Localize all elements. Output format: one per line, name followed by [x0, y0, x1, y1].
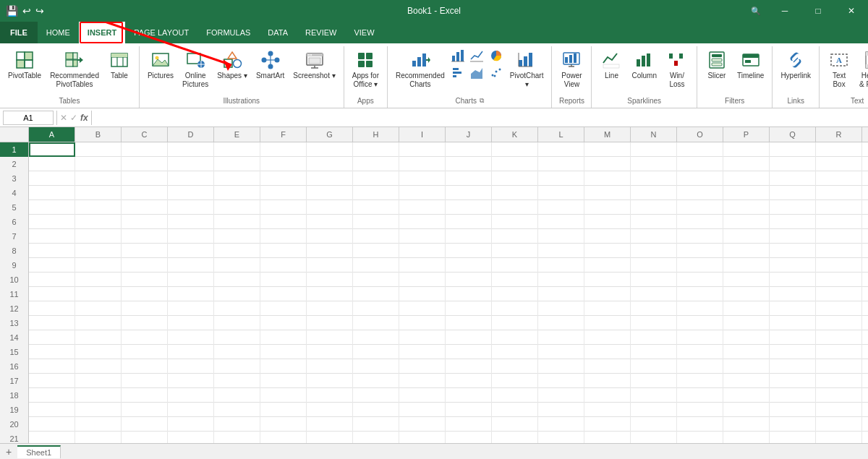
cell-F14[interactable] — [260, 330, 307, 345]
cell-F12[interactable] — [260, 301, 307, 316]
cancel-formula-icon[interactable]: ✕ — [60, 113, 67, 123]
cell-L12[interactable] — [538, 301, 584, 316]
cell-I20[interactable] — [399, 417, 446, 432]
text-box-button[interactable]: A TextBox — [824, 48, 854, 91]
bar-chart-button[interactable] — [450, 65, 467, 81]
cell-I16[interactable] — [399, 359, 446, 374]
minimize-button[interactable]: ─ — [768, 0, 801, 22]
cell-O15[interactable] — [677, 345, 723, 359]
cell-L11[interactable] — [538, 287, 584, 301]
cell-J3[interactable] — [446, 171, 492, 186]
cell-M12[interactable] — [584, 301, 631, 316]
cell-R1[interactable] — [816, 142, 862, 157]
cell-G20[interactable] — [307, 417, 353, 432]
line-sparkline-button[interactable]: Line — [596, 48, 626, 82]
cell-Q16[interactable] — [770, 359, 816, 374]
cell-M11[interactable] — [584, 287, 631, 301]
cell-I8[interactable] — [399, 244, 446, 258]
cell-S2[interactable] — [862, 157, 868, 171]
cell-P18[interactable] — [723, 388, 770, 403]
cell-D20[interactable] — [168, 417, 214, 432]
cell-K6[interactable] — [492, 215, 538, 229]
pivot-chart-button[interactable]: PivotChart▾ — [506, 48, 548, 91]
cell-N14[interactable] — [631, 330, 677, 345]
cell-I4[interactable] — [399, 186, 446, 200]
cell-K19[interactable] — [492, 403, 538, 417]
cell-Q3[interactable] — [770, 171, 816, 186]
cell-M1[interactable] — [584, 142, 631, 157]
cell-L9[interactable] — [538, 258, 584, 273]
cell-E11[interactable] — [214, 287, 260, 301]
row-header-18[interactable]: 18 — [0, 388, 29, 403]
tab-data[interactable]: DATA — [259, 22, 297, 43]
cell-O13[interactable] — [677, 316, 723, 330]
cell-P8[interactable] — [723, 244, 770, 258]
cell-A5[interactable] — [29, 200, 75, 215]
row-header-10[interactable]: 10 — [0, 273, 29, 287]
cell-F18[interactable] — [260, 388, 307, 403]
col-header-D[interactable]: D — [168, 127, 214, 142]
cell-C12[interactable] — [122, 301, 168, 316]
cell-C19[interactable] — [122, 403, 168, 417]
cell-M13[interactable] — [584, 316, 631, 330]
cell-J5[interactable] — [446, 200, 492, 215]
cell-A10[interactable] — [29, 273, 75, 287]
tab-file[interactable]: FILE — [0, 22, 38, 43]
cell-P10[interactable] — [723, 273, 770, 287]
col-header-G[interactable]: G — [307, 127, 353, 142]
cell-G5[interactable] — [307, 200, 353, 215]
cell-L6[interactable] — [538, 215, 584, 229]
cell-A2[interactable] — [29, 157, 75, 171]
col-header-H[interactable]: H — [353, 127, 399, 142]
cell-D18[interactable] — [168, 388, 214, 403]
cell-C14[interactable] — [122, 330, 168, 345]
online-pictures-button[interactable]: OnlinePictures — [179, 48, 212, 91]
cell-B6[interactable] — [75, 215, 122, 229]
cell-R6[interactable] — [816, 215, 862, 229]
cell-N9[interactable] — [631, 258, 677, 273]
cell-J10[interactable] — [446, 273, 492, 287]
col-header-O[interactable]: O — [677, 127, 723, 142]
cell-R14[interactable] — [816, 330, 862, 345]
column-chart-button[interactable] — [450, 48, 467, 64]
cell-H20[interactable] — [353, 417, 399, 432]
cell-C9[interactable] — [122, 258, 168, 273]
cell-F4[interactable] — [260, 186, 307, 200]
scatter-chart-button[interactable] — [488, 65, 505, 81]
cell-N19[interactable] — [631, 403, 677, 417]
cell-F16[interactable] — [260, 359, 307, 374]
cell-P17[interactable] — [723, 374, 770, 388]
cell-J6[interactable] — [446, 215, 492, 229]
cell-D15[interactable] — [168, 345, 214, 359]
cell-S7[interactable] — [862, 229, 868, 244]
cell-A3[interactable] — [29, 171, 75, 186]
cell-I7[interactable] — [399, 229, 446, 244]
cell-A16[interactable] — [29, 359, 75, 374]
cell-S20[interactable] — [862, 417, 868, 432]
cell-F2[interactable] — [260, 157, 307, 171]
cell-C5[interactable] — [122, 200, 168, 215]
confirm-formula-icon[interactable]: ✓ — [70, 113, 77, 123]
cell-N18[interactable] — [631, 388, 677, 403]
cell-E13[interactable] — [214, 316, 260, 330]
col-header-F[interactable]: F — [260, 127, 307, 142]
cell-A15[interactable] — [29, 345, 75, 359]
cell-E1[interactable] — [214, 142, 260, 157]
cell-Q8[interactable] — [770, 244, 816, 258]
cell-B16[interactable] — [75, 359, 122, 374]
cell-O18[interactable] — [677, 388, 723, 403]
cell-M19[interactable] — [584, 403, 631, 417]
cell-D9[interactable] — [168, 258, 214, 273]
cell-P7[interactable] — [723, 229, 770, 244]
row-header-15[interactable]: 15 — [0, 345, 29, 359]
cell-C20[interactable] — [122, 417, 168, 432]
col-header-Q[interactable]: Q — [770, 127, 816, 142]
cell-J4[interactable] — [446, 186, 492, 200]
cell-O5[interactable] — [677, 200, 723, 215]
cell-J17[interactable] — [446, 374, 492, 388]
power-view-button[interactable]: PowerView — [556, 48, 587, 91]
cell-J2[interactable] — [446, 157, 492, 171]
cell-N8[interactable] — [631, 244, 677, 258]
cell-D6[interactable] — [168, 215, 214, 229]
cell-B8[interactable] — [75, 244, 122, 258]
